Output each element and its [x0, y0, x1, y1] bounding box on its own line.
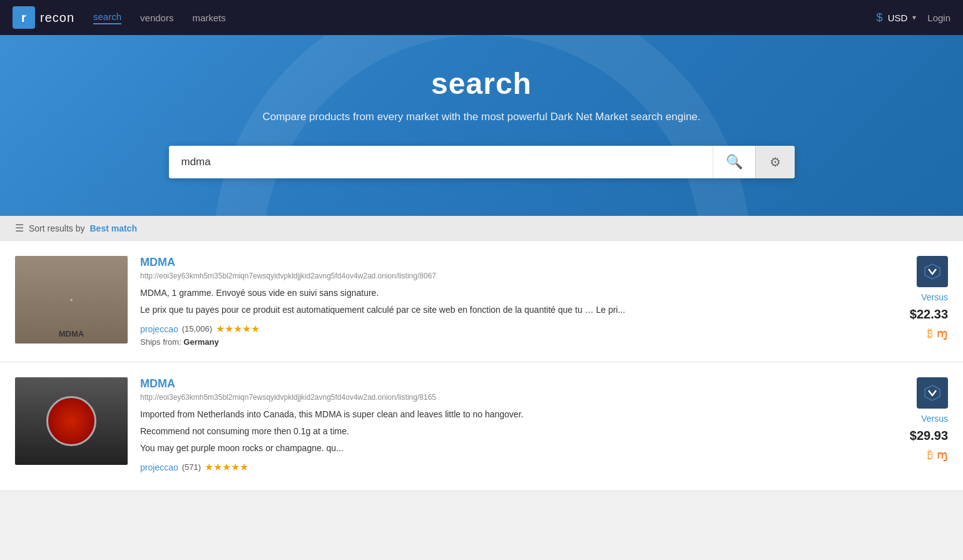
seller-stars-1: ★★★★★ [216, 323, 260, 335]
currency-label: USD [888, 13, 908, 23]
currency-dropdown-arrow[interactable]: ▾ [912, 13, 916, 22]
login-button[interactable]: Login [927, 13, 950, 23]
table-row: ▪ MDMA MDMA http://eoi3ey63kmh5m35bl2miq… [0, 241, 963, 362]
search-bar: 🔍 ⚙ [169, 146, 795, 178]
results-list: ▪ MDMA MDMA http://eoi3ey63kmh5m35bl2miq… [0, 241, 963, 491]
svg-marker-0 [925, 264, 940, 279]
bitcoin-icon-2: ₿ [927, 449, 933, 462]
result-desc3-2: You may get purple moon rocks or champag… [140, 442, 860, 455]
nav-links: search vendors markets [93, 11, 877, 24]
settings-button[interactable]: ⚙ [755, 146, 795, 178]
crypto-icons-2: ₿ ɱ [927, 448, 948, 462]
seller-name-1[interactable]: projeccao [140, 324, 178, 334]
result-seller-1: projeccao (15,006) ★★★★★ [140, 323, 860, 335]
seller-name-2[interactable]: projeccao [140, 462, 178, 472]
logo-link[interactable]: r recon [13, 6, 74, 29]
ships-from-value-1: Germany [183, 337, 218, 347]
search-button[interactable]: 🔍 [713, 146, 755, 178]
bitcoin-icon-1: ₿ [927, 327, 933, 340]
seller-stars-2: ★★★★★ [205, 461, 248, 473]
navbar: r recon search vendors markets $ USD ▾ L… [0, 0, 963, 35]
hero-subtitle: Compare products from every market with … [262, 111, 700, 123]
result-price-1: $22.33 [910, 307, 948, 322]
result-desc2-2: Recommend not consuming more then 0.1g a… [140, 425, 860, 438]
result-seller-2: projeccao (571) ★★★★★ [140, 461, 860, 473]
nav-link-search[interactable]: search [93, 11, 121, 24]
result-desc1-2: Imported from Netherlands into Canada, t… [140, 408, 860, 421]
result-title-1[interactable]: MDMA [140, 256, 860, 269]
crypto-icons-1: ₿ ɱ [927, 327, 948, 340]
nav-link-vendors[interactable]: vendors [140, 13, 173, 23]
currency-icon: $ [877, 11, 883, 24]
result-price-2: $29.93 [910, 429, 948, 443]
product-image-1: ▪ MDMA [15, 256, 128, 344]
result-right-1: Versus $22.33 ₿ ɱ [873, 256, 948, 340]
hero-title: search [431, 66, 532, 101]
seller-reviews-2: (571) [182, 462, 201, 472]
result-body-1: MDMA http://eoi3ey63kmh5m35bl2miqn7ewsqy… [140, 256, 860, 347]
result-body-2: MDMA http://eoi3ey63kmh5m35bl2miqn7ewsqy… [140, 377, 860, 476]
logo-icon: r [13, 6, 35, 29]
sort-value[interactable]: Best match [89, 223, 136, 233]
vendor-name-2[interactable]: Versus [921, 414, 948, 424]
nav-right: $ USD ▾ Login [877, 11, 950, 24]
vendor-badge-1 [917, 256, 948, 287]
vendor-name-1[interactable]: Versus [921, 292, 948, 302]
seller-reviews-1: (15,006) [182, 324, 212, 333]
sort-label: Sort results by [29, 223, 84, 233]
search-icon: 🔍 [726, 154, 743, 170]
search-input[interactable] [169, 146, 713, 178]
product-image-2 [15, 377, 128, 465]
nav-link-markets[interactable]: markets [192, 13, 225, 23]
product-image-placeholder-1: ▪ MDMA [15, 256, 128, 344]
result-desc1-1: MDMA, 1 gramme. Envoyé sous vide en suiv… [140, 287, 860, 300]
result-title-2[interactable]: MDMA [140, 377, 860, 390]
logo-text: recon [40, 11, 74, 25]
table-row: MDMA http://eoi3ey63kmh5m35bl2miqn7ewsqy… [0, 362, 963, 491]
hero-section: search Compare products from every marke… [0, 35, 963, 216]
vendor-badge-2 [917, 377, 948, 409]
result-url-1: http://eoi3ey63kmh5m35bl2miqn7ewsqyidvpk… [140, 272, 860, 280]
svg-marker-1 [925, 385, 940, 400]
sort-bar: ☰ Sort results by Best match [0, 216, 963, 241]
sort-icon: ☰ [15, 222, 24, 234]
result-ships-1: Ships from: Germany [140, 337, 860, 347]
result-right-2: Versus $29.93 ₿ ɱ [873, 377, 948, 462]
monero-icon-1: ɱ [937, 327, 948, 340]
result-desc2-1: Le prix que tu payes pour ce produit est… [140, 303, 860, 317]
monero-icon-2: ɱ [937, 448, 948, 462]
settings-icon: ⚙ [770, 155, 781, 169]
result-url-2: http://eoi3ey63kmh5m35bl2miqn7ewsqyidvpk… [140, 393, 860, 402]
